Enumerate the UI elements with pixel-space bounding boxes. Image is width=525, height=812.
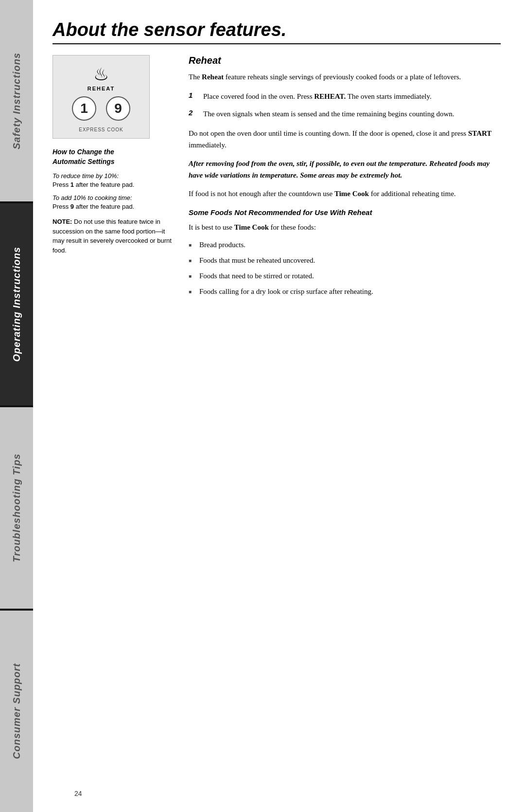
bullet-item-3: Foods that need to be stirred or rotated…: [189, 270, 501, 282]
step-num-2: 2: [189, 108, 198, 117]
number-row: 1 9: [58, 96, 144, 121]
step-1-text: Place covered food in the oven. Press RE…: [203, 90, 501, 102]
intro-text-after: feature reheats single servings of previ…: [224, 73, 461, 81]
num-circle-1: 1: [72, 96, 96, 121]
how-to-heading-line2: Automatic Settings: [52, 158, 115, 165]
reduce-press-after: after the feature pad.: [74, 181, 134, 188]
reduce-label: To reduce time by 10%:: [52, 172, 174, 180]
title-rule: [52, 43, 501, 44]
some-foods-heading: Some Foods Not Recommended for Use With …: [189, 208, 501, 217]
if-food-text1: If food is not hot enough after the coun…: [189, 190, 334, 198]
intro-paragraph: The Reheat feature reheats single servin…: [189, 71, 501, 83]
sidebar-section-consumer: Consumer Support: [0, 611, 33, 812]
reheat-label: REHEAT: [58, 86, 144, 91]
right-column: Reheat The Reheat feature reheats single…: [189, 55, 501, 301]
num-circle-9: 9: [106, 96, 130, 121]
page-number: 24: [74, 790, 82, 797]
if-food-paragraph: If food is not hot enough after the coun…: [189, 188, 501, 199]
how-to-heading-line1: How to Change the: [52, 148, 114, 156]
bullet-item-1: Bread products.: [189, 239, 501, 251]
note-block: NOTE: Do not use this feature twice in s…: [52, 217, 174, 255]
add-press-text: Press 9 after the feature pad.: [52, 203, 174, 210]
warning-paragraph: Do not open the oven door until time is …: [189, 127, 501, 151]
express-cook-label: EXPRESS COOK: [79, 127, 123, 132]
step-num-1: 1: [189, 90, 198, 99]
sidebar-section-safety: Safety Instructions: [0, 0, 33, 201]
left-column: ♨ REHEAT 1 9 EXPRESS COOK How to Change …: [52, 55, 174, 301]
reduce-press-before: Press: [52, 181, 70, 188]
step-2: 2 The oven signals when steam is sensed …: [189, 108, 501, 120]
warning-text-before: Do not open the oven door until time is …: [189, 129, 468, 137]
bold-italic-paragraph: After removing food from the oven, stir,…: [189, 158, 501, 181]
intro-bold: Reheat: [202, 73, 224, 81]
steam-icon: ♨: [58, 64, 144, 85]
section-heading-reheat: Reheat: [189, 55, 501, 66]
page-title: About the sensor features.: [52, 19, 501, 40]
sidebar: Safety Instructions Operating Instructio…: [0, 0, 33, 812]
sidebar-section-operating: Operating Instructions: [0, 203, 33, 405]
warning-text-after: immediately.: [189, 141, 227, 149]
bullet-item-4: Foods calling for a dry look or crisp su…: [189, 286, 501, 297]
best-to-use-after: for these foods:: [269, 223, 316, 231]
intro-text-before: The: [189, 73, 202, 81]
note-bold: NOTE:: [52, 218, 72, 225]
sidebar-label-troubleshooting: Troubleshooting Tips: [11, 453, 22, 562]
bullet-item-2: Foods that must be reheated uncovered.: [189, 254, 501, 266]
warning-bold: START: [468, 129, 491, 137]
if-food-bold: Time Cook: [334, 190, 369, 198]
sidebar-label-consumer: Consumer Support: [11, 663, 22, 759]
add-press-num: 9: [70, 203, 74, 210]
best-to-use-bold: Time Cook: [234, 223, 269, 231]
add-press-after: after the feature pad.: [74, 203, 134, 210]
reduce-press-num: 1: [70, 181, 74, 188]
icon-box: ♨ REHEAT 1 9 EXPRESS COOK: [52, 55, 150, 139]
step-1: 1 Place covered food in the oven. Press …: [189, 90, 501, 102]
content-columns: ♨ REHEAT 1 9 EXPRESS COOK How to Change …: [52, 55, 501, 301]
sidebar-label-operating: Operating Instructions: [11, 247, 22, 361]
how-to-heading: How to Change the Automatic Settings: [52, 147, 174, 166]
main-content: About the sensor features. ♨ REHEAT 1 9 …: [33, 0, 525, 812]
add-press-before: Press: [52, 203, 70, 210]
add-label: To add 10% to cooking time:: [52, 194, 174, 201]
step-2-text: The oven signals when steam is sensed an…: [203, 108, 501, 120]
best-to-use-before: It is best to use: [189, 223, 234, 231]
best-to-use-text: It is best to use Time Cook for these fo…: [189, 221, 501, 233]
bullet-list: Bread products. Foods that must be rehea…: [189, 239, 501, 297]
steps-list: 1 Place covered food in the oven. Press …: [189, 90, 501, 120]
if-food-text2: for additional reheating time.: [369, 190, 456, 198]
sidebar-label-safety: Safety Instructions: [11, 53, 22, 149]
reduce-press-text: Press 1 after the feature pad.: [52, 181, 174, 188]
sidebar-section-troubleshooting: Troubleshooting Tips: [0, 407, 33, 609]
